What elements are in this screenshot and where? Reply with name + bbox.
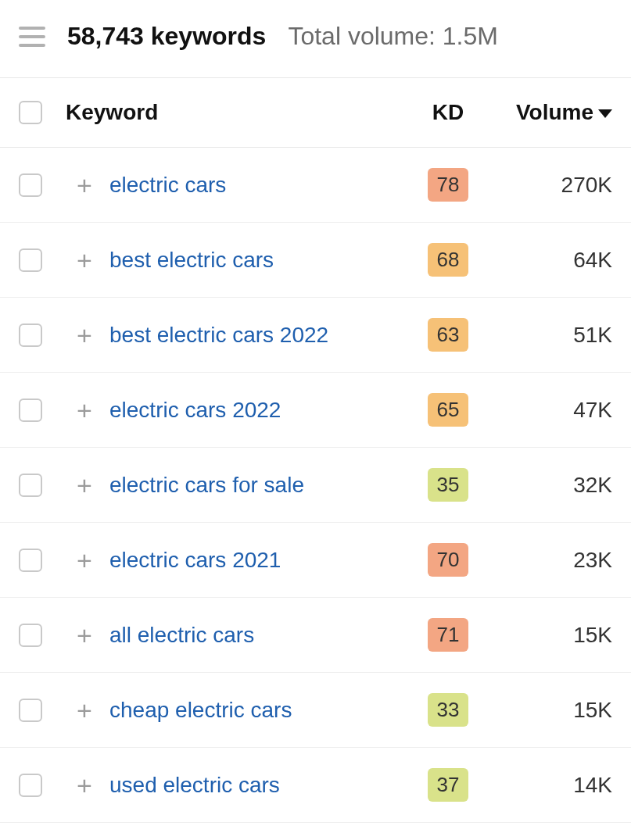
table-row: +used electric cars3714K: [0, 748, 631, 823]
volume-value: 270K: [561, 173, 612, 198]
keyword-link[interactable]: cheap electric cars: [109, 698, 292, 722]
keyword-link[interactable]: electric cars 2021: [109, 548, 281, 572]
table-row: +electric cars 20226547K: [0, 373, 631, 448]
column-header-keyword[interactable]: Keyword: [63, 100, 409, 125]
volume-value: 15K: [573, 623, 612, 648]
kd-badge: 33: [428, 693, 468, 727]
row-checkbox[interactable]: [19, 173, 42, 197]
total-volume: Total volume: 1.5M: [288, 22, 498, 51]
add-icon[interactable]: +: [77, 697, 92, 724]
keyword-link[interactable]: electric cars 2022: [109, 398, 281, 422]
add-icon[interactable]: +: [77, 622, 92, 649]
table-row: +cheap electric cars3315K: [0, 673, 631, 748]
add-icon[interactable]: +: [77, 772, 92, 799]
row-checkbox[interactable]: [19, 474, 42, 497]
volume-value: 15K: [573, 698, 612, 723]
caret-down-icon: [598, 109, 612, 118]
keyword-link[interactable]: best electric cars 2022: [109, 323, 328, 347]
kd-badge: 37: [428, 768, 468, 802]
kd-badge: 70: [428, 543, 468, 577]
table-row: +best electric cars6864K: [0, 223, 631, 298]
keyword-link[interactable]: used electric cars: [109, 773, 280, 797]
add-icon[interactable]: +: [77, 172, 92, 198]
kd-badge: 35: [428, 468, 468, 502]
table-row: +best electric cars 20226351K: [0, 298, 631, 373]
table-row: +all electric cars7115K: [0, 598, 631, 673]
table-header-row: Keyword KD Volume: [0, 78, 631, 148]
table-row: +electric cars 20217023K: [0, 523, 631, 598]
table-row: +electric cars78270K: [0, 148, 631, 223]
kd-badge: 71: [428, 618, 468, 652]
kd-badge: 78: [428, 168, 468, 202]
column-header-kd[interactable]: KD: [409, 100, 487, 125]
add-icon[interactable]: +: [77, 397, 92, 424]
keyword-count: 58,743 keywords: [67, 22, 266, 51]
row-checkbox[interactable]: [19, 774, 42, 797]
volume-value: 23K: [573, 548, 612, 573]
row-checkbox[interactable]: [19, 248, 42, 272]
volume-value: 51K: [573, 323, 612, 348]
kd-badge: 68: [428, 243, 468, 277]
row-checkbox[interactable]: [19, 323, 42, 347]
column-header-volume-label: Volume: [516, 100, 593, 125]
kd-badge: 63: [428, 318, 468, 352]
add-icon[interactable]: +: [77, 322, 92, 349]
keyword-link[interactable]: electric cars for sale: [109, 473, 304, 497]
volume-value: 64K: [573, 248, 612, 273]
keyword-link[interactable]: electric cars: [109, 173, 226, 197]
select-all-checkbox[interactable]: [19, 101, 42, 124]
row-checkbox[interactable]: [19, 399, 42, 422]
volume-value: 32K: [573, 473, 612, 498]
table-row: +electric cars for sale3532K: [0, 448, 631, 523]
hamburger-icon[interactable]: [19, 27, 45, 47]
keyword-link[interactable]: best electric cars: [109, 248, 274, 272]
row-checkbox[interactable]: [19, 699, 42, 722]
volume-value: 14K: [573, 773, 612, 798]
add-icon[interactable]: +: [77, 547, 92, 574]
add-icon[interactable]: +: [77, 472, 92, 499]
keyword-link[interactable]: all electric cars: [109, 623, 254, 647]
add-icon[interactable]: +: [77, 247, 92, 273]
column-header-volume[interactable]: Volume: [487, 100, 612, 125]
row-checkbox[interactable]: [19, 549, 42, 572]
summary-bar: 58,743 keywords Total volume: 1.5M: [0, 0, 631, 78]
volume-value: 47K: [573, 398, 612, 423]
kd-badge: 65: [428, 393, 468, 427]
row-checkbox[interactable]: [19, 624, 42, 647]
